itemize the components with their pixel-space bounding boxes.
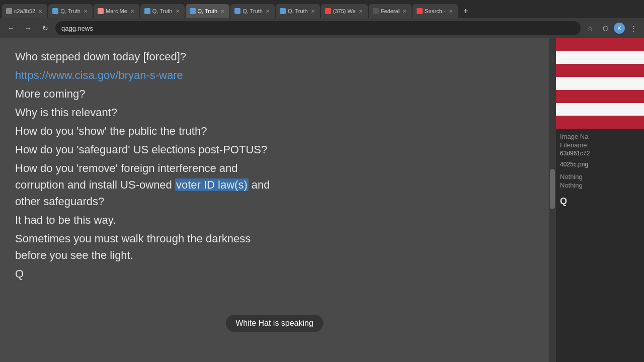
tab-label-10: Search - — [425, 8, 446, 14]
tab-favicon-7 — [280, 8, 286, 14]
tab-6[interactable]: Q, Truth ✕ — [230, 4, 275, 18]
flag-stripes — [556, 38, 644, 129]
post-line13: Q — [15, 265, 534, 282]
tab-9[interactable]: Federal ✕ — [369, 4, 412, 18]
tab-close-1[interactable]: ✕ — [37, 9, 43, 14]
sidebar-info: Image Na Filename: 63d961c72 4025c.png N… — [556, 129, 644, 194]
post-line3: More coming? — [15, 85, 534, 102]
tab-favicon-6 — [234, 8, 240, 14]
reload-button[interactable]: ↻ — [38, 21, 52, 35]
tab-label-4: Q, Truth — [152, 8, 173, 14]
post-line11: Sometimes you must walk through the dark… — [15, 230, 534, 247]
tab-bar: c2a3b52 ✕ Q, Truth ✕ Marc Me ✕ Q, Truth … — [0, 0, 644, 18]
post-line9: other safeguards? — [15, 193, 534, 210]
filename-label: Filename: — [560, 141, 640, 149]
post-line4: Why is this relevant? — [15, 104, 534, 121]
post-line12: before you see the light. — [15, 247, 534, 263]
tab-favicon-5 — [190, 8, 196, 14]
tab-label-7: Q, Truth — [288, 8, 308, 14]
tab-4[interactable]: Q, Truth ✕ — [140, 4, 185, 18]
tab-label-6: Q, Truth — [243, 8, 263, 14]
post-line8: corruption and install US-owned voter ID… — [15, 176, 534, 193]
tab-favicon-9 — [373, 8, 379, 14]
tab-8[interactable]: (375) We ✕ — [321, 4, 368, 18]
flag-image — [556, 38, 644, 129]
nothing2: Nothing — [560, 182, 640, 189]
nav-bar: ← → ↻ qagg.news ☆ ⬡ K ⋮ — [0, 18, 644, 38]
nav-icons: ☆ ⬡ K ⋮ — [584, 22, 640, 35]
tab-favicon-8 — [325, 8, 331, 14]
stripe-1 — [556, 38, 644, 51]
post-line8-prefix: corruption and install US-owned — [15, 178, 175, 191]
tab-label-1: c2a3b52 — [14, 8, 35, 14]
tab-favicon-10 — [417, 8, 423, 14]
filename-value1: 63d961c72 — [560, 150, 640, 157]
tab-close-9[interactable]: ✕ — [401, 9, 408, 14]
forward-button[interactable]: → — [21, 21, 35, 35]
tab-label-8: (375) We — [333, 8, 356, 14]
new-tab-button[interactable]: + — [459, 4, 473, 18]
tab-10[interactable]: Search - ✕ — [413, 4, 458, 18]
back-button[interactable]: ← — [4, 21, 18, 35]
tooltip-text: White Hat is speaking — [235, 319, 313, 327]
tab-favicon-3 — [98, 8, 104, 14]
scroll-thumb[interactable] — [550, 169, 555, 209]
browser-chrome: c2a3b52 ✕ Q, Truth ✕ Marc Me ✕ Q, Truth … — [0, 0, 644, 38]
tab-close-7[interactable]: ✕ — [310, 9, 316, 14]
post-cisa-link[interactable]: https://www.cisa.gov/bryan-s-ware — [15, 69, 183, 81]
tab-close-8[interactable]: ✕ — [358, 9, 364, 14]
address-text: qagg.news — [61, 25, 575, 32]
tab-7[interactable]: Q, Truth ✕ — [276, 4, 320, 18]
post-line8-suffix: and — [249, 178, 270, 191]
nothing1: Nothing — [560, 173, 640, 180]
tab-close-2[interactable]: ✕ — [83, 9, 89, 14]
post-link-line: https://www.cisa.gov/bryan-s-ware — [15, 67, 534, 83]
sidebar-q-letter: Q — [556, 194, 644, 209]
post-line5: How do you 'show' the public the truth? — [15, 123, 534, 139]
post-line1: Who stepped down today [forced]? — [15, 48, 534, 65]
stripe-6 — [556, 103, 644, 116]
post-body: Who stepped down today [forced]? https:/… — [15, 48, 534, 282]
address-bar[interactable]: qagg.news — [55, 21, 581, 35]
tab-1[interactable]: c2a3b52 ✕ — [2, 4, 47, 18]
profile-icon[interactable]: K — [614, 23, 625, 34]
tab-label-2: Q, Truth — [60, 8, 80, 14]
tab-close-4[interactable]: ✕ — [175, 9, 181, 14]
post-highlight-voter-id: voter ID law(s) — [175, 178, 249, 191]
tab-3[interactable]: Marc Me ✕ — [94, 4, 139, 18]
tab-favicon-4 — [144, 8, 150, 14]
tab-favicon-2 — [52, 8, 58, 14]
post-line7: How do you 'remove' foreign interference… — [15, 160, 534, 176]
post-line6: How do you 'safeguard' US elections post… — [15, 141, 534, 158]
bookmark-icon[interactable]: ☆ — [584, 22, 597, 35]
right-sidebar: Image Na Filename: 63d961c72 4025c.png N… — [556, 38, 644, 362]
tab-close-6[interactable]: ✕ — [265, 9, 271, 14]
stripe-7 — [556, 116, 644, 129]
image-name-label: Image Na — [560, 133, 640, 140]
stripe-4 — [556, 77, 644, 90]
tab-close-3[interactable]: ✕ — [129, 9, 135, 14]
menu-icon[interactable]: ⋮ — [627, 22, 640, 35]
tab-favicon-1 — [6, 8, 12, 14]
tab-close-10[interactable]: ✕ — [448, 9, 454, 14]
tab-5[interactable]: Q, Truth ✕ — [186, 4, 230, 18]
tab-label-9: Federal — [381, 8, 399, 14]
tooltip: White Hat is speaking — [225, 315, 324, 332]
main-content: Who stepped down today [forced]? https:/… — [0, 38, 549, 362]
post-line10: It had to be this way. — [15, 212, 534, 228]
extensions-icon[interactable]: ⬡ — [599, 22, 612, 35]
stripe-2 — [556, 51, 644, 64]
scrollbar[interactable] — [549, 38, 556, 362]
stripe-3 — [556, 64, 644, 77]
stripe-5 — [556, 90, 644, 103]
tab-2[interactable]: Q, Truth ✕ — [48, 4, 93, 18]
filename-value2: 4025c.png — [560, 161, 640, 168]
tab-label-5: Q, Truth — [198, 8, 218, 14]
tab-close-5[interactable]: ✕ — [219, 9, 225, 14]
tab-label-3: Marc Me — [106, 8, 127, 14]
content-area: Who stepped down today [forced]? https:/… — [0, 38, 644, 362]
